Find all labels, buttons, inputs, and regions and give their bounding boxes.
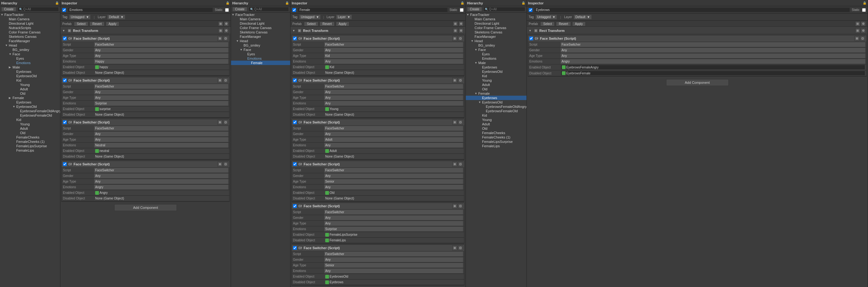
tree-item-eyebrowsold1m[interactable]: EyebrowsOld [0, 74, 60, 78]
tree-item-female2[interactable]: Female [231, 61, 290, 65]
tree-item-old1m[interactable]: Old [0, 91, 60, 96]
revert-button-2[interactable]: Revert [319, 22, 334, 26]
tree-item-eyebrows1m[interactable]: Eyebrows [0, 69, 60, 74]
tree-item-eyes1[interactable]: Eyes [0, 56, 60, 61]
tree-item-old1f[interactable]: Old [0, 131, 60, 135]
tree-item-old3f[interactable]: Old [466, 126, 527, 131]
rect-settings-icon-1[interactable]: ⚙ [224, 28, 229, 33]
revert-button-3[interactable]: Revert [556, 22, 570, 26]
tree-item-eyebrowsoldold1[interactable]: EyebrowsFemaleOld [0, 113, 60, 117]
rect-settings-icon-2[interactable]: ⚙ [459, 28, 464, 33]
layer-dropdown-3[interactable]: Default▼ [574, 15, 592, 20]
tree-item-adult3f[interactable]: Adult [466, 122, 527, 126]
face-switcher-header-2b[interactable]: C# Face Switcher (Script) ⊞ ⚙ [292, 77, 464, 84]
fs-gear-icon-2d[interactable]: ⚙ [458, 162, 463, 167]
fs-checkbox-2f[interactable] [293, 246, 297, 250]
fs-gv-3a[interactable]: Any [561, 48, 865, 52]
fs-disabled-val-1d[interactable]: None (Game Object) [94, 196, 228, 201]
fs-checkbox-1b[interactable] [63, 78, 67, 82]
fs-checkbox-2a[interactable] [293, 37, 297, 40]
tag-dropdown-1[interactable]: Untagged▼ [69, 15, 90, 20]
tree-item-eyebrows1f[interactable]: Eyebrows [0, 100, 60, 104]
inspector-active-checkbox-1[interactable] [62, 8, 66, 12]
fs-gender-val-1b[interactable]: Any [94, 90, 228, 95]
fs-gv-2a[interactable]: Any [324, 48, 463, 52]
tree-item-eyes3[interactable]: Eyes [466, 52, 527, 56]
tree-item-adult1f[interactable]: Adult [0, 126, 60, 131]
tree-item-femalecheeks3b[interactable]: FemaleCheeks (1) [466, 135, 527, 139]
tree-item-femalecheeks1b[interactable]: FemaleCheeks (1) [0, 139, 60, 144]
tree-item-eyebrows3m[interactable]: Eyebrows [466, 65, 527, 69]
tree-item-facemanager2[interactable]: FaceManager [231, 34, 290, 39]
hierarchy-create-btn-3[interactable]: Create [467, 7, 482, 11]
tree-item-eyebrowsoldold3[interactable]: EyebrowsFemaleOld [466, 109, 527, 113]
fs-disabled-val-1b[interactable]: None (Game Object) [94, 112, 228, 117]
fs-enabled-val-1d[interactable]: Angry [94, 190, 228, 195]
fs-enabled-val-1a[interactable]: happy [94, 65, 228, 69]
select-button-1[interactable]: Select [74, 22, 88, 26]
fs-checkbox-1c[interactable] [63, 120, 67, 124]
tree-item-face2[interactable]: ▼Face [231, 47, 290, 52]
fs-grid-icon-1a[interactable]: ⊞ [218, 36, 222, 41]
tree-item-colorframe3[interactable]: Color Frame Canvas [466, 26, 527, 30]
tree-item-female1[interactable]: ▶Female [0, 96, 60, 100]
tree-item-eyebrowsold3m[interactable]: EyebrowsOld [466, 69, 527, 74]
fs-agetype-val-1d[interactable]: Any [94, 179, 228, 184]
inspector-static-checkbox-3[interactable] [862, 8, 866, 12]
fs-gear-icon-3a[interactable]: ⚙ [860, 36, 865, 41]
tree-item-emotions1[interactable]: Emotions [0, 61, 60, 65]
tree-item-bgsmiley2[interactable]: BG_smiley [231, 43, 290, 47]
tree-item-young1m[interactable]: Young [0, 82, 60, 87]
tree-item-male3[interactable]: ▼Male [466, 61, 527, 65]
tree-root-3[interactable]: ▼ FaceTracker [466, 12, 527, 17]
fs-grid-icon-2c[interactable]: ⊞ [452, 120, 457, 125]
tree-item-old3m[interactable]: Old [466, 87, 527, 91]
fs-disobj-2a[interactable]: None (Game Object) [324, 70, 463, 75]
tree-item-dirlight1[interactable]: Directional Light [0, 21, 60, 26]
tree-item-face3[interactable]: ▼Face [466, 47, 527, 52]
fs-disabled-val-1a[interactable]: None (Game Object) [94, 70, 228, 75]
fs-disobj-3a[interactable]: EyebrowsFemale [561, 71, 865, 76]
tree-item-kid3m[interactable]: Kid [466, 74, 527, 78]
inspector-settings-icon-2[interactable]: ⚙ [459, 21, 464, 26]
face-switcher-header-1a[interactable]: C# Face Switcher (Script) ⊞ ⚙ [62, 35, 229, 42]
inspector-name-field-2[interactable] [298, 7, 447, 12]
rect-settings-icon-3[interactable]: ⚙ [861, 28, 866, 33]
tree-item-kid1m[interactable]: Kid [0, 78, 60, 82]
fs-grid-icon-1c[interactable]: ⊞ [218, 120, 222, 125]
fs-checkbox-2d[interactable] [293, 162, 297, 166]
face-switcher-header-2f[interactable]: C# Face Switcher (Script) ⊞ ⚙ [292, 245, 464, 251]
tree-item-young3f[interactable]: Young [466, 117, 527, 122]
fs-grid-icon-1b[interactable]: ⊞ [218, 78, 222, 83]
tree-item-young3m[interactable]: Young [466, 78, 527, 82]
tree-item-skeletons3[interactable]: Skeletons Canvas [466, 30, 527, 34]
tree-item-eyebrowsold1f[interactable]: ▼EyebrowsOld [0, 104, 60, 109]
hierarchy-search-2[interactable]: 🔍 Q+All [249, 7, 289, 11]
fs-agetype-val-1a[interactable]: Any [94, 53, 228, 58]
fs-grid-icon-2d[interactable]: ⊞ [452, 162, 457, 167]
face-switcher-header-2a[interactable]: C# Face Switcher (Script) ⊞ ⚙ [292, 35, 464, 42]
fs-emotions-val-1c[interactable]: Neutral [94, 143, 228, 148]
apply-button-1[interactable]: Apply [106, 22, 119, 26]
hierarchy-search-1[interactable]: 🔍 Q+All [18, 7, 59, 11]
fs-enobj-2a[interactable]: Kid [324, 65, 463, 69]
hierarchy-search-3[interactable]: 🔍 Q+All [483, 7, 525, 11]
tree-item-femalecheeks1[interactable]: FemaleCheeks [0, 135, 60, 139]
tree-item-face1[interactable]: ▼Face [0, 52, 60, 56]
layer-dropdown-2[interactable]: Layer▼ [336, 15, 352, 20]
tree-item-young1f[interactable]: Young [0, 122, 60, 126]
tree-item-maincam3[interactable]: Main Camera [466, 17, 527, 21]
fs-emotions-val-1b[interactable]: Surprise [94, 101, 228, 106]
face-switcher-header-1d[interactable]: C# Face Switcher (Script) ⊞ ⚙ [62, 161, 229, 168]
fs-ev-3a[interactable]: Angry [561, 59, 865, 64]
add-component-btn-1[interactable]: Add Component [114, 204, 177, 211]
fs-checkbox-1d[interactable] [63, 162, 67, 166]
tree-item-bgsmiley1[interactable]: BG_smiley [0, 47, 60, 52]
face-switcher-header-3a[interactable]: C# Face Switcher (Script) ⊞ ⚙ [528, 35, 866, 42]
add-component-btn-3[interactable]: Add Component [666, 79, 729, 86]
layer-dropdown-1[interactable]: Default▼ [107, 15, 125, 20]
fs-grid-icon-3a[interactable]: ⊞ [855, 36, 860, 41]
inspector-static-checkbox-1[interactable] [225, 8, 229, 12]
tree-item-head3[interactable]: ▼Head [466, 39, 527, 43]
tree-item-skeletons2[interactable]: Skeletons Canvas [231, 30, 290, 34]
